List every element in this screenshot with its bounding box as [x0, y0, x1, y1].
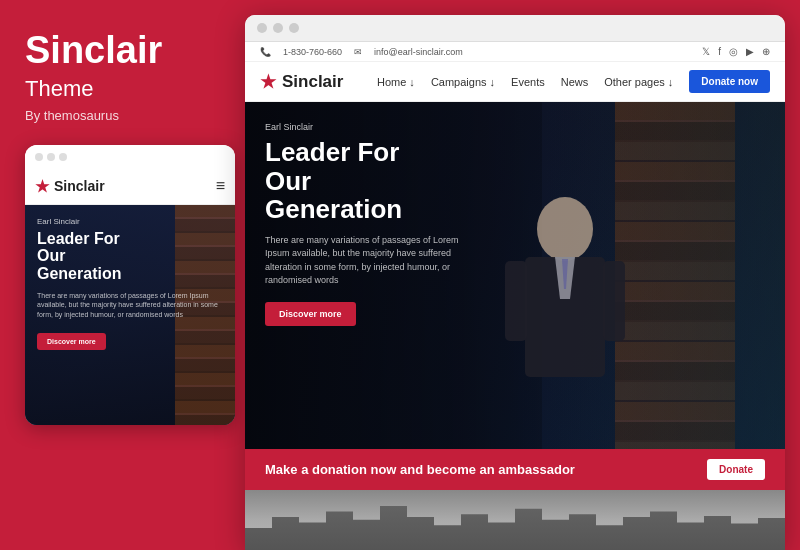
dot-3 — [59, 153, 67, 161]
youtube-icon: ▶ — [746, 46, 754, 57]
phone-icon: 📞 — [260, 47, 271, 57]
topbar-left: 📞 1-830-760-660 ✉ info@earl-sinclair.com — [260, 47, 463, 57]
phone-number: 1-830-760-660 — [283, 47, 342, 57]
donation-bar: Make a donation now and become an ambass… — [245, 449, 785, 490]
donation-bar-text: Make a donation now and become an ambass… — [265, 462, 575, 477]
menu-other-pages[interactable]: Other pages ↓ — [604, 76, 673, 88]
hero-body-text: There are many variations of passages of… — [265, 234, 485, 288]
mobile-headline-2: Our — [37, 247, 65, 264]
mobile-mockup: ★ Sinclair ≡ Earl Sinclair Leader For Ou… — [25, 145, 235, 425]
hero-person — [465, 119, 665, 449]
browser-dot-3 — [289, 23, 299, 33]
mobile-cta-button[interactable]: Discover more — [37, 333, 106, 350]
mobile-logo: ★ Sinclair — [35, 177, 105, 196]
twitter-icon: 𝕏 — [702, 46, 710, 57]
svg-point-0 — [537, 197, 593, 261]
mobile-topbar — [25, 145, 235, 169]
dot-2 — [47, 153, 55, 161]
desktop-logo[interactable]: ★ Sinclair — [260, 71, 343, 93]
email-icon: ✉ — [354, 47, 362, 57]
hero-cta-button[interactable]: Discover more — [265, 302, 356, 326]
desktop-topbar: 📞 1-830-760-660 ✉ info@earl-sinclair.com… — [245, 42, 785, 62]
hero-headline-3: Generation — [265, 194, 402, 224]
menu-news[interactable]: News — [561, 76, 589, 88]
city-buildings — [245, 495, 785, 550]
person-silhouette — [475, 189, 655, 449]
browser-chrome — [245, 15, 785, 42]
hero-headline-2: Our — [265, 166, 311, 196]
mobile-hero-content: Earl Sinclair Leader For Our Generation … — [25, 205, 235, 425]
mobile-logo-text: Sinclair — [54, 178, 105, 194]
dot-1 — [35, 153, 43, 161]
theme-author: By themosaurus — [25, 108, 220, 123]
mobile-headline: Leader For Our Generation — [37, 230, 223, 283]
desktop-menu: Home ↓ Campaigns ↓ Events News Other pag… — [377, 70, 770, 93]
logo-star-icon: ★ — [260, 71, 276, 93]
instagram-icon: ◎ — [729, 46, 738, 57]
browser-dot-1 — [257, 23, 267, 33]
logo-text: Sinclair — [282, 72, 343, 92]
mobile-hero: Earl Sinclair Leader For Our Generation … — [25, 205, 235, 425]
mobile-hero-tag: Earl Sinclair — [37, 217, 223, 226]
desktop-mockup: 📞 1-830-760-660 ✉ info@earl-sinclair.com… — [245, 15, 785, 550]
mobile-nav: ★ Sinclair ≡ — [25, 169, 235, 205]
menu-events[interactable]: Events — [511, 76, 545, 88]
hero-tag: Earl Sinclair — [265, 122, 485, 132]
hamburger-icon[interactable]: ≡ — [216, 177, 225, 195]
mobile-headline-1: Leader For — [37, 230, 120, 247]
facebook-icon: f — [718, 46, 721, 57]
desktop-nav: ★ Sinclair Home ↓ Campaigns ↓ Events New… — [245, 62, 785, 102]
browser-dot-2 — [273, 23, 283, 33]
social-icon-5: ⊕ — [762, 46, 770, 57]
topbar-right: 𝕏 f ◎ ▶ ⊕ — [702, 46, 770, 57]
donation-bar-button[interactable]: Donate — [707, 459, 765, 480]
svg-rect-3 — [603, 261, 625, 341]
hero-headline-1: Leader For — [265, 137, 399, 167]
hero-headline: Leader For Our Generation — [265, 138, 485, 224]
svg-rect-2 — [505, 261, 527, 341]
donate-nav-button[interactable]: Donate now — [689, 70, 770, 93]
mobile-body-text: There are many variations of passages of… — [37, 291, 223, 320]
star-icon: ★ — [35, 177, 49, 196]
theme-title: Sinclair — [25, 30, 220, 72]
mobile-headline-3: Generation — [37, 265, 121, 282]
hero-content: Earl Sinclair Leader For Our Generation … — [265, 122, 485, 326]
menu-campaigns[interactable]: Campaigns ↓ — [431, 76, 495, 88]
left-panel: Sinclair Theme By themosaurus ★ Sinclair… — [0, 0, 245, 550]
email-address: info@earl-sinclair.com — [374, 47, 463, 57]
city-preview — [245, 490, 785, 550]
theme-subtitle: Theme — [25, 76, 220, 102]
desktop-hero: Earl Sinclair Leader For Our Generation … — [245, 102, 785, 449]
menu-home[interactable]: Home ↓ — [377, 76, 415, 88]
